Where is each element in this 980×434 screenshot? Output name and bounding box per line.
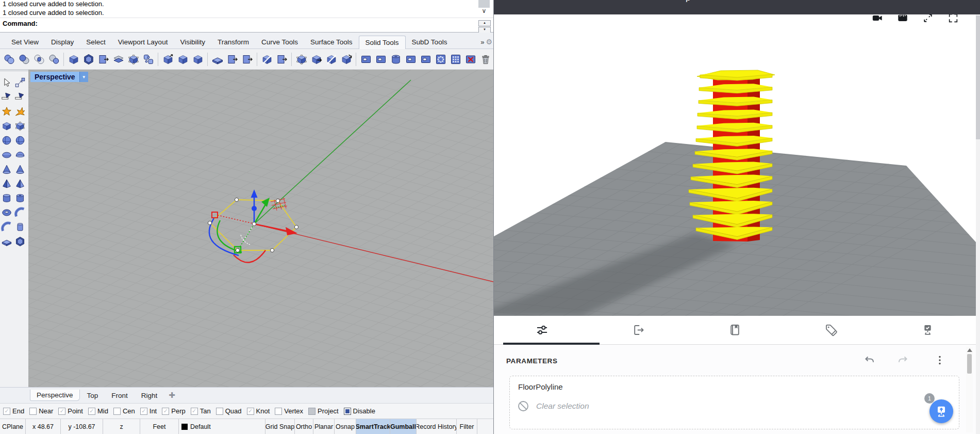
parameters-tab[interactable]	[494, 316, 590, 344]
viewport-title-dropdown[interactable]: ▼	[79, 72, 88, 82]
osnap-disable[interactable]: Disable	[344, 407, 375, 415]
osnap-tan[interactable]: Tan	[191, 407, 211, 415]
sphere-points-icon[interactable]	[13, 133, 27, 148]
checkbox-vertex[interactable]	[275, 408, 282, 415]
gear-icon[interactable]: ⚙	[486, 38, 492, 46]
fullscreen-icon[interactable]	[948, 14, 959, 24]
move-face-icon[interactable]	[275, 52, 289, 67]
array-hole-grid-icon[interactable]	[449, 52, 462, 67]
command-area[interactable]: 1 closed curve added to selection. 1 clo…	[0, 0, 493, 33]
status-x[interactable]: x 48.67	[26, 419, 61, 434]
status-toggle-gumball[interactable]: Gumball	[390, 419, 417, 434]
menu-tab-set-view[interactable]: Set View	[5, 36, 45, 49]
status-y[interactable]: y -108.67	[61, 419, 103, 434]
window-scrollbar[interactable]	[976, 14, 980, 434]
extend-surface-icon[interactable]	[309, 52, 323, 67]
delete-hole-icon[interactable]	[463, 52, 477, 67]
boolean-intersection-icon[interactable]	[32, 52, 46, 67]
box-icon[interactable]	[0, 119, 13, 133]
spin-up-icon[interactable]: ▲	[478, 20, 491, 26]
osnap-perp[interactable]: Perp	[162, 407, 185, 415]
status-feet[interactable]: Feet	[140, 419, 179, 434]
status-toggle-ortho[interactable]: Ortho	[295, 419, 313, 434]
videocam-icon[interactable]	[872, 14, 883, 24]
publish-button[interactable]	[929, 399, 953, 423]
menu-tab-display[interactable]: Display	[45, 36, 80, 49]
trash-icon[interactable]	[478, 52, 492, 67]
extrude-polygon-icon[interactable]	[81, 52, 95, 67]
array-hole-polar-icon[interactable]	[434, 52, 447, 67]
model-viewer[interactable]	[494, 14, 980, 316]
viewport-title[interactable]: Perspective ▼	[30, 72, 88, 82]
status-z[interactable]: z	[103, 419, 140, 434]
osnap-project[interactable]: Project	[308, 407, 338, 415]
solid-control-points-icon[interactable]	[294, 52, 308, 67]
scale-handles-icon[interactable]	[13, 75, 27, 90]
explode-icon[interactable]	[0, 104, 13, 119]
checkbox-project[interactable]	[308, 408, 315, 415]
checkbox-disable[interactable]	[344, 408, 351, 415]
boolean-difference-icon[interactable]	[17, 52, 31, 67]
model-canvas[interactable]	[494, 14, 980, 316]
menu-overflow[interactable]: » ⚙	[480, 38, 492, 46]
truncated-pyramid-icon[interactable]	[13, 176, 27, 191]
checkbox-quad[interactable]	[216, 408, 223, 415]
review-tab[interactable]	[879, 316, 976, 344]
menu-tab-curve-tools[interactable]: Curve Tools	[255, 36, 304, 49]
osnap-int[interactable]: Int	[140, 407, 157, 415]
checkbox-tan[interactable]	[191, 408, 198, 415]
show-objects-icon[interactable]	[13, 90, 27, 104]
paraboloid-icon[interactable]	[13, 148, 27, 162]
command-prompt[interactable]: Command:	[3, 20, 38, 27]
select-pointer-icon[interactable]	[0, 75, 13, 90]
slab-icon[interactable]	[210, 52, 224, 67]
chamfer-edge-icon[interactable]	[191, 52, 205, 67]
measure-icon[interactable]	[897, 14, 908, 24]
torus-icon[interactable]	[0, 205, 13, 220]
ellipsoid-icon[interactable]	[0, 148, 13, 162]
export-tab[interactable]	[590, 316, 687, 344]
pipe-icon[interactable]	[0, 220, 13, 234]
menu-tab-surface-tools[interactable]: Surface Tools	[304, 36, 359, 49]
polygon-solid-icon[interactable]	[13, 234, 27, 249]
clear-selection-button[interactable]: Clear selection	[517, 400, 589, 412]
hide-objects-icon[interactable]	[0, 90, 13, 104]
viewport-title-label[interactable]: Perspective	[30, 72, 79, 82]
kebab-menu-button[interactable]	[934, 354, 947, 367]
checkbox-int[interactable]	[140, 408, 147, 415]
osnap-knot[interactable]: Knot	[247, 407, 270, 415]
command-scrollbar[interactable]	[478, 0, 490, 8]
shear-solid-icon[interactable]	[324, 52, 338, 67]
extrude-surface-icon[interactable]	[225, 52, 239, 67]
menu-tab-visibility[interactable]: Visibility	[174, 36, 211, 49]
scroll-up-icon[interactable]	[967, 348, 972, 352]
rotate-hole-icon[interactable]	[404, 52, 418, 67]
status-toggle-planar[interactable]: Planar	[313, 419, 335, 434]
extrude-curve-icon[interactable]	[67, 52, 80, 67]
viewport-tab-top[interactable]: Top	[81, 390, 105, 401]
status-toggle-record-history[interactable]: Record History	[417, 419, 457, 434]
offset-surface-icon[interactable]	[240, 52, 254, 67]
fillet-edge-icon[interactable]	[161, 52, 175, 67]
redo-button[interactable]	[896, 354, 910, 367]
extrusion-icon[interactable]	[13, 220, 27, 234]
menu-tab-solid-tools[interactable]: Solid Tools	[359, 36, 406, 49]
osnap-point[interactable]: Point	[58, 407, 83, 415]
chevron-down-icon[interactable]: ∨	[478, 7, 490, 14]
osnap-mid[interactable]: Mid	[88, 407, 108, 415]
boolean-two-objects-icon[interactable]	[260, 52, 274, 67]
status-toggle-filter[interactable]: Filter	[457, 419, 477, 434]
viewport-canvas[interactable]	[28, 70, 493, 387]
scrollbar-thumb[interactable]	[967, 354, 972, 374]
turn-solid-icon[interactable]	[339, 52, 353, 67]
checkbox-mid[interactable]	[88, 408, 95, 415]
box-edit-icon[interactable]	[126, 52, 140, 67]
round-hole-icon[interactable]	[359, 52, 373, 67]
viewport-tab-right[interactable]: Right	[135, 390, 164, 401]
perspective-viewport[interactable]: Perspective ▼	[28, 70, 493, 387]
pyramid-icon[interactable]	[0, 176, 13, 191]
parameters-scrollbar[interactable]	[966, 347, 973, 432]
checkbox-point[interactable]	[58, 408, 65, 415]
window-scrollbar-thumb[interactable]	[976, 15, 980, 139]
new-viewport-tab-icon[interactable]: ✚	[169, 391, 175, 400]
